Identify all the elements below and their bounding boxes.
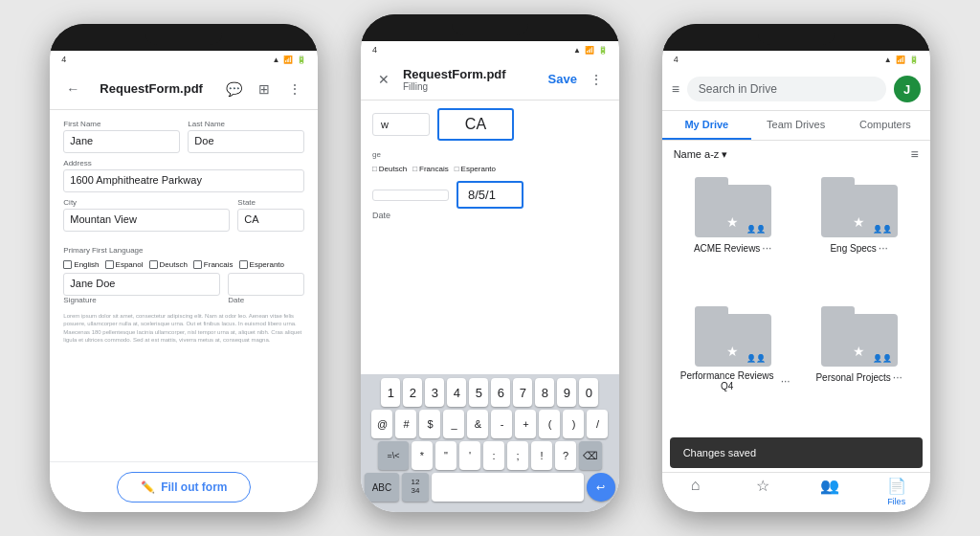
status-time-3: 4 [674, 55, 679, 64]
date-input-1[interactable] [228, 273, 304, 296]
key-apostrophe[interactable]: ' [459, 441, 480, 470]
signature-input[interactable]: Jane Doe [63, 273, 220, 296]
scene: 4 ▲ 📶 🔋 ← RequestForm.pdf 💬 ⊞ ⋮ [0, 0, 980, 536]
nav-starred[interactable]: ☆ [729, 477, 796, 506]
fill-btn-bar: ✏️ Fill out form [50, 461, 318, 512]
key-abc[interactable]: ABC [365, 473, 399, 502]
address-label: Address [63, 159, 304, 168]
grid-view-icon[interactable]: ⊞ [253, 78, 276, 100]
state-ca-input[interactable]: CA [437, 108, 514, 141]
key-space[interactable] [432, 473, 584, 502]
key-4[interactable]: 4 [447, 378, 466, 407]
key-rparen[interactable]: ) [563, 410, 584, 438]
key-9[interactable]: 9 [557, 378, 576, 407]
address-input[interactable]: 1600 Amphitheatre Parkway [63, 169, 304, 192]
folder-grid: ★ 👤👤 ACME Reviews ··· [662, 168, 930, 437]
key-plus[interactable]: + [515, 410, 536, 438]
espanol-checkbox[interactable] [105, 260, 114, 269]
folder-acme: ★ 👤👤 ACME Reviews ··· [676, 175, 791, 293]
state-input[interactable]: CA [237, 209, 304, 232]
folder-personal: ★ 👤👤 Personal Projects ··· [802, 304, 917, 430]
key-slash[interactable]: / [587, 410, 608, 438]
notch-2 [361, 14, 619, 41]
folder-more-perf[interactable]: ··· [781, 374, 791, 388]
key-8[interactable]: 8 [535, 378, 554, 407]
key-5[interactable]: 5 [469, 378, 488, 407]
key-backspace[interactable]: ⌫ [579, 441, 602, 470]
city-partial-input[interactable]: w [372, 113, 430, 136]
date-area: 8/5/1 Date [372, 181, 608, 220]
list-view-icon[interactable]: ≡ [910, 146, 918, 162]
filling-content: w CA ge □ Deutsch □ F [361, 100, 619, 512]
folder-more-eng[interactable]: ··· [879, 241, 888, 255]
fill-out-form-button[interactable]: ✏️ Fill out form [117, 472, 251, 502]
lang-english: English [63, 260, 99, 269]
francais-checkbox[interactable] [193, 260, 202, 269]
esperanto-checkbox[interactable] [239, 260, 248, 269]
nav-home[interactable]: ⌂ [662, 477, 729, 506]
key-quote[interactable]: " [435, 441, 457, 470]
esperanto-label: Esperanto [250, 260, 284, 269]
state-field: State CA [237, 198, 304, 232]
notch-1 [50, 24, 318, 51]
key-1234[interactable]: 1234 [402, 473, 429, 502]
toolbar-1: ← RequestForm.pdf 💬 ⊞ ⋮ [50, 68, 318, 110]
key-6[interactable]: 6 [491, 378, 510, 407]
last-name-field: Last Name Doe [188, 120, 304, 153]
folder-more-acme[interactable]: ··· [762, 241, 771, 255]
key-underscore[interactable]: _ [443, 410, 464, 438]
key-0[interactable]: 0 [579, 378, 598, 407]
key-1[interactable]: 1 [381, 378, 400, 407]
city-field: City Mountan View [63, 198, 230, 232]
key-semicolon[interactable]: ; [507, 441, 528, 470]
chat-icon[interactable]: 💬 [222, 78, 245, 100]
folder-icon-perf: ★ 👤👤 [695, 304, 771, 367]
save-button[interactable]: Save [548, 72, 577, 86]
sort-label[interactable]: Name a-z ▾ [674, 148, 728, 161]
key-enter[interactable]: ↩ [587, 473, 615, 502]
english-checkbox[interactable] [63, 260, 72, 269]
date-label-1: Date [228, 296, 304, 304]
tab-computers[interactable]: Computers [840, 111, 929, 140]
key-star[interactable]: * [412, 441, 433, 470]
screen-1: 4 ▲ 📶 🔋 ← RequestForm.pdf 💬 ⊞ ⋮ [50, 51, 318, 512]
deutsch-checkbox[interactable] [149, 260, 158, 269]
folder-more-personal[interactable]: ··· [893, 370, 902, 384]
close-button[interactable]: ✕ [372, 68, 395, 91]
key-hash[interactable]: # [395, 410, 416, 438]
tab-my-drive[interactable]: My Drive [662, 111, 751, 140]
key-amp[interactable]: & [467, 410, 488, 438]
city-input[interactable]: Mountan View [63, 209, 230, 232]
key-minus[interactable]: - [491, 410, 512, 438]
lang-checkboxes: English Espanol Deutsch Francais [63, 260, 304, 269]
more-icon-1[interactable]: ⋮ [283, 78, 306, 100]
last-name-input[interactable]: Doe [188, 130, 304, 153]
search-bar[interactable]: Search in Drive [687, 77, 886, 101]
key-dollar[interactable]: $ [419, 410, 440, 438]
tab-team-drives[interactable]: Team Drives [751, 111, 840, 140]
key-3[interactable]: 3 [425, 378, 444, 407]
notch-3 [662, 24, 930, 51]
key-at[interactable]: @ [371, 410, 392, 438]
signature-partial[interactable] [372, 190, 449, 201]
key-colon[interactable]: : [483, 441, 504, 470]
nav-files[interactable]: 📄 Files [863, 477, 930, 506]
key-special[interactable]: =\< [378, 441, 409, 470]
folder-icon-personal: ★ 👤👤 [821, 304, 898, 367]
back-button[interactable]: ← [61, 78, 84, 100]
date-field-1: Date [228, 273, 304, 306]
key-exclaim[interactable]: ! [531, 441, 552, 470]
first-name-input[interactable]: Jane [63, 130, 180, 153]
key-2[interactable]: 2 [403, 378, 422, 407]
files-icon: 📄 [887, 477, 906, 495]
key-7[interactable]: 7 [513, 378, 532, 407]
drive-header: ≡ Search in Drive J [662, 68, 930, 111]
key-question[interactable]: ? [555, 441, 576, 470]
nav-shared[interactable]: 👥 [796, 477, 863, 506]
hamburger-icon[interactable]: ≡ [672, 81, 679, 97]
key-lparen[interactable]: ( [539, 410, 560, 438]
drive-filter: Name a-z ▾ ≡ [662, 141, 930, 168]
date-input-filling[interactable]: 8/5/1 [457, 181, 523, 209]
avatar[interactable]: J [894, 76, 921, 102]
more-icon-2[interactable]: ⋮ [585, 68, 608, 91]
